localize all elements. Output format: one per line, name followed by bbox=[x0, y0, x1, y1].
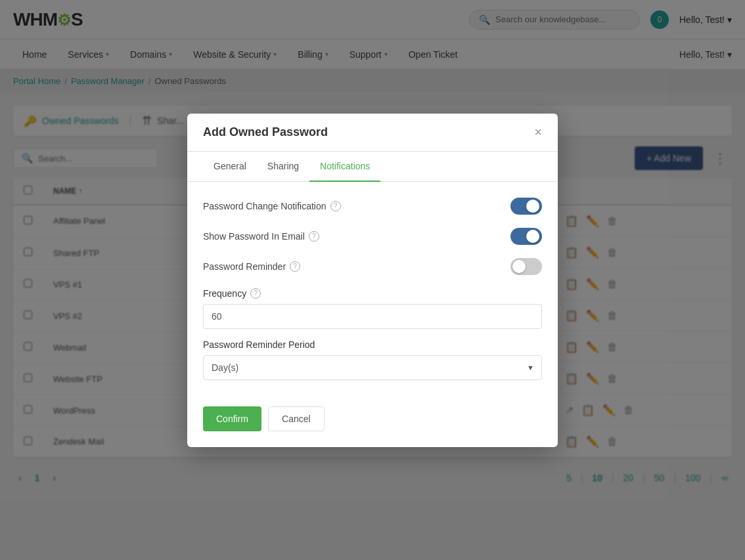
form-row-password-change: Password Change Notification ? bbox=[203, 198, 542, 215]
modal-title: Add Owned Password bbox=[203, 125, 328, 139]
tab-general[interactable]: General bbox=[203, 152, 257, 182]
help-icon-password-reminder[interactable]: ? bbox=[290, 261, 300, 272]
password-reminder-toggle[interactable] bbox=[510, 258, 542, 275]
show-password-label: Show Password In Email ? bbox=[203, 231, 319, 242]
toggle-slider-on[interactable] bbox=[510, 228, 542, 245]
frequency-label-row: Frequency ? bbox=[203, 288, 542, 299]
form-group-frequency: Frequency ? bbox=[203, 288, 542, 329]
form-row-password-reminder: Password Reminder ? bbox=[203, 258, 542, 275]
modal-footer: Confirm Cancel bbox=[187, 406, 558, 447]
frequency-label: Frequency bbox=[203, 288, 246, 299]
modal: Add Owned Password × General Sharing Not… bbox=[187, 114, 558, 447]
modal-overlay: Add Owned Password × General Sharing Not… bbox=[0, 0, 745, 560]
password-change-label: Password Change Notification ? bbox=[203, 201, 341, 211]
period-select[interactable]: Day(s) Week(s) Month(s) Year(s) bbox=[203, 355, 542, 380]
tab-sharing[interactable]: Sharing bbox=[257, 152, 309, 182]
period-select-wrapper: Day(s) Week(s) Month(s) Year(s) bbox=[203, 355, 542, 380]
show-password-toggle[interactable] bbox=[510, 228, 542, 245]
confirm-button[interactable]: Confirm bbox=[203, 406, 261, 431]
period-label-row: Password Reminder Period bbox=[203, 339, 542, 350]
modal-close-button[interactable]: × bbox=[534, 125, 542, 139]
frequency-input[interactable] bbox=[203, 304, 542, 329]
modal-header: Add Owned Password × bbox=[187, 114, 558, 152]
password-change-toggle[interactable] bbox=[510, 198, 542, 215]
form-group-period: Password Reminder Period Day(s) Week(s) … bbox=[203, 339, 542, 380]
modal-body: Password Change Notification ? Show Pass… bbox=[187, 182, 558, 406]
toggle-slider-off[interactable] bbox=[510, 258, 542, 275]
help-icon-show-password[interactable]: ? bbox=[309, 231, 319, 242]
cancel-button[interactable]: Cancel bbox=[268, 406, 325, 431]
password-reminder-label: Password Reminder ? bbox=[203, 261, 300, 272]
tab-notifications[interactable]: Notifications bbox=[309, 152, 380, 182]
modal-tabs: General Sharing Notifications bbox=[187, 152, 558, 182]
form-row-show-password: Show Password In Email ? bbox=[203, 228, 542, 245]
toggle-slider-on[interactable] bbox=[510, 198, 542, 215]
help-icon-frequency[interactable]: ? bbox=[250, 288, 261, 299]
help-icon-password-change[interactable]: ? bbox=[330, 201, 341, 211]
period-label: Password Reminder Period bbox=[203, 339, 315, 350]
